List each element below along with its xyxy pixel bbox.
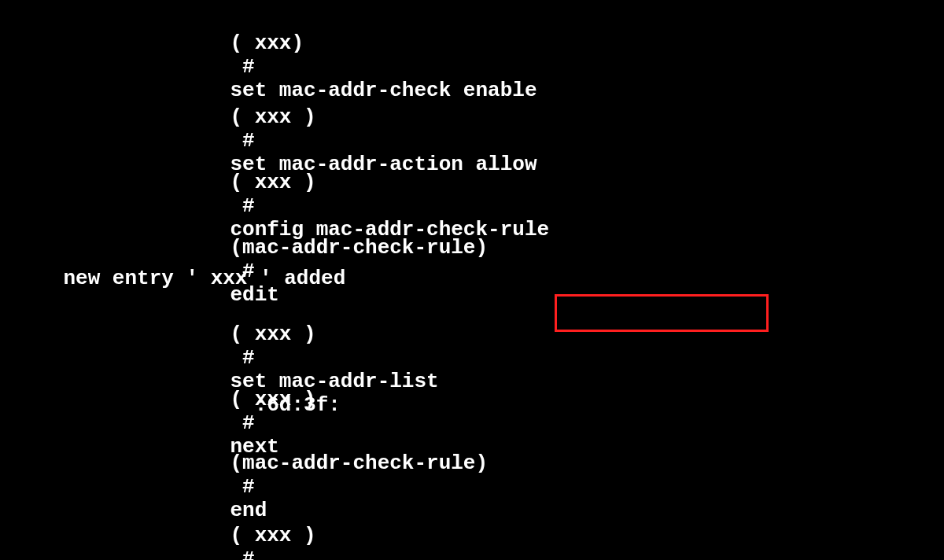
cli-prompt: ( xxx ) — [230, 322, 315, 346]
cli-sep: # — [230, 547, 267, 560]
cli-sep: # — [230, 55, 267, 79]
cli-prompt: ( xxx ) — [230, 171, 315, 194]
cli-sep: # — [230, 475, 267, 499]
cli-current-line[interactable]: ( xxx ) # — [0, 500, 316, 560]
cli-prompt: ( xxx) — [230, 31, 304, 55]
cli-prompt: ( xxx ) — [230, 524, 315, 547]
cli-prompt: (mac-addr-check-rule) — [230, 451, 488, 475]
cli-prompt: ( xxx ) — [230, 388, 315, 411]
new-entry-text: new entry ' xxx ' added — [63, 267, 345, 290]
cli-prompt: ( xxx ) — [230, 105, 315, 129]
terminal-screen[interactable]: ( xxx) # set mac-addr-check enable ( xxx… — [0, 0, 944, 560]
highlight-rectangle — [555, 294, 769, 332]
